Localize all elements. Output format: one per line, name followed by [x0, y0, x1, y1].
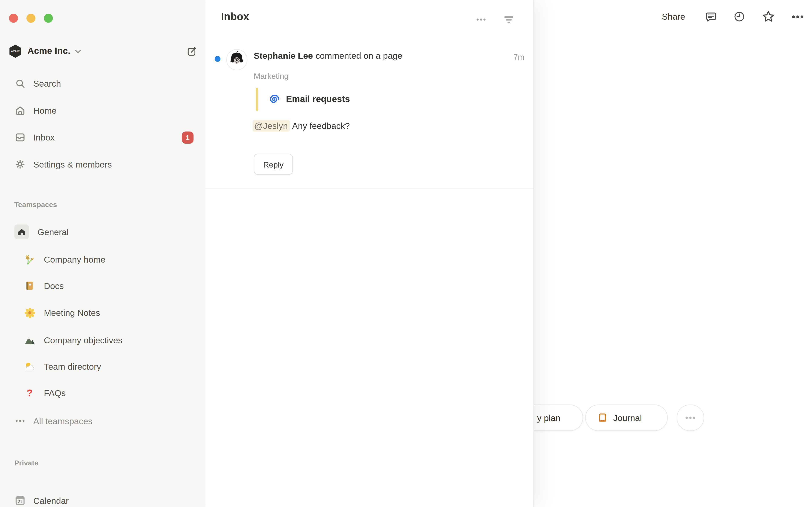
teamspace-page-team-directory[interactable]: Team directory [8, 356, 199, 377]
close-window-button[interactable] [9, 14, 18, 23]
sidebar-item-home[interactable]: Home [8, 100, 199, 120]
workspace-logo-icon: ACME [8, 44, 22, 59]
page-link-title[interactable]: Email requests [286, 94, 350, 105]
minimize-window-button[interactable] [27, 14, 36, 23]
teamspaces-section-header: Teamspaces [14, 201, 57, 209]
mention-chip[interactable]: @Jeslyn [253, 120, 290, 131]
unread-indicator-dot [215, 56, 220, 62]
comment-bubble-icon [705, 10, 717, 23]
ellipsis-icon [475, 14, 487, 25]
template-pill-journal[interactable]: Journal [585, 404, 668, 431]
gear-icon [14, 158, 26, 170]
notification-divider [206, 188, 534, 189]
sun-behind-cloud-icon [24, 361, 36, 373]
more-horizontal-icon [684, 411, 697, 424]
share-button[interactable]: Share [658, 9, 689, 24]
teamspace-page-docs[interactable]: Docs [8, 276, 199, 296]
inbox-more-button[interactable] [474, 13, 488, 26]
home-icon [14, 105, 26, 116]
template-pill-journal-label: Journal [613, 413, 642, 423]
page-content: Share [534, 0, 812, 507]
inbox-icon [14, 131, 26, 143]
teamspace-page-company-home[interactable]: Company home [8, 249, 199, 269]
svg-text:ACME: ACME [11, 50, 20, 53]
blossom-icon [24, 307, 36, 319]
notebook-icon [24, 280, 36, 291]
sidebar-item-inbox[interactable]: Inbox 1 [8, 127, 199, 148]
journal-book-icon [597, 412, 608, 424]
sidebar-item-settings[interactable]: Settings & members [8, 154, 199, 174]
inbox-panel-title: Inbox [221, 11, 249, 23]
star-icon [761, 9, 776, 24]
teamspace-page-faqs[interactable]: ? FAQs [8, 383, 199, 403]
notification-space: Marketing [254, 71, 289, 80]
all-teamspaces-button[interactable]: All teamspaces [8, 411, 199, 431]
filter-icon [503, 14, 515, 26]
author-name: Stephanie Lee [254, 51, 313, 60]
quote-bar [256, 88, 258, 111]
sidebar-item-search[interactable]: Search [8, 73, 199, 94]
private-section-header: Private [14, 459, 39, 467]
inbox-unread-badge: 1 [182, 131, 194, 144]
calendar-icon: 21 [14, 495, 26, 507]
comment-text: Any feedback? [292, 121, 350, 130]
reply-button[interactable]: Reply [254, 154, 293, 175]
search-icon [14, 78, 26, 89]
favorite-button[interactable] [761, 9, 776, 24]
window-controls [9, 14, 53, 23]
notification-timestamp: 7m [513, 52, 524, 61]
chevron-down-icon [74, 49, 82, 54]
workspace-name: Acme Inc. [28, 46, 70, 57]
template-pill-plan-label: y plan [537, 413, 560, 423]
cyclone-icon [268, 93, 281, 106]
teamspace-page-company-objectives[interactable]: Company objectives [8, 330, 199, 350]
question-mark-icon: ? [24, 387, 36, 399]
house-icon [14, 225, 29, 239]
ellipsis-icon [14, 415, 26, 427]
inbox-panel: Inbox [206, 0, 534, 507]
teamspace-item-general[interactable]: General [8, 222, 199, 242]
private-item-calendar[interactable]: 21 Calendar [8, 491, 199, 507]
updates-button[interactable] [733, 10, 746, 23]
zoom-window-button[interactable] [44, 14, 53, 23]
comments-button[interactable] [705, 10, 717, 23]
sheaf-of-rice-icon [24, 253, 36, 265]
templates-more-button[interactable] [677, 404, 704, 431]
sidebar: ACME Acme Inc. Search [0, 0, 206, 507]
comment-text-line: @JeslynAny feedback? [253, 121, 350, 131]
compose-button[interactable] [186, 45, 198, 58]
notion-window: ACME Acme Inc. Search [0, 0, 812, 507]
workspace-switcher[interactable]: ACME Acme Inc. [8, 42, 198, 61]
page-toolbar: Share [658, 9, 805, 24]
svg-text:21: 21 [18, 499, 22, 504]
notification-action: commented on a page [315, 51, 402, 60]
mountain-icon [24, 334, 36, 346]
compose-icon [187, 46, 197, 57]
more-options-button[interactable] [791, 10, 805, 23]
inbox-filter-button[interactable] [502, 13, 516, 27]
teamspace-page-meeting-notes[interactable]: Meeting Notes [8, 303, 199, 323]
avatar [226, 49, 247, 70]
clock-icon [733, 10, 746, 23]
notification-title: Stephanie Leecommented on a page [254, 51, 497, 61]
more-horizontal-icon [791, 10, 805, 23]
